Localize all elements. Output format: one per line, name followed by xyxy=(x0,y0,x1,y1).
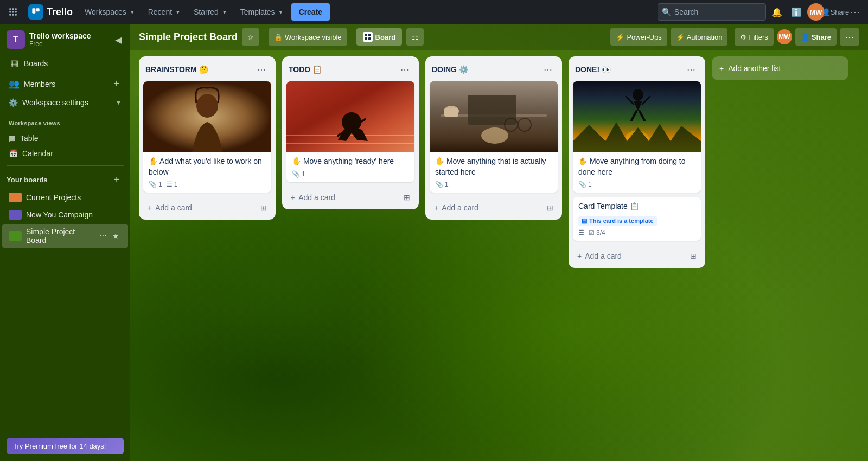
grid-menu-icon[interactable] xyxy=(4,3,22,21)
create-button[interactable]: Create xyxy=(291,3,330,21)
board-actions: ⋯ ★ xyxy=(97,230,122,241)
workspace-name: Trello workspace xyxy=(29,31,108,40)
board-user-avatar[interactable]: MW xyxy=(777,29,792,44)
sidebar-board-new-you[interactable]: New You Campaign xyxy=(2,207,128,223)
list-brainstorm-cards: ✋ Add what you'd like to work on below 📎… xyxy=(139,81,276,197)
create-template-card-todo-button[interactable]: ⊞ xyxy=(399,190,414,205)
add-card-done-button[interactable]: + Add a card xyxy=(573,248,684,264)
list-todo-menu[interactable]: ⋯ xyxy=(397,62,412,77)
create-template-card-button[interactable]: ⊞ xyxy=(256,200,271,215)
list-doing-menu[interactable]: ⋯ xyxy=(540,62,556,77)
board-header-right: ⚡ Power-Ups ⚡ Automation ⚙ Filters MW 👤 … xyxy=(610,28,859,46)
list-brainstorm-header: BRAINSTORM 🤔 ⋯ xyxy=(139,56,276,81)
svg-rect-8 xyxy=(15,14,17,16)
star-board-button[interactable]: ☆ xyxy=(242,28,259,46)
calendar-icon: 📅 xyxy=(9,149,18,158)
add-board-button[interactable]: + xyxy=(110,172,124,187)
filters-button[interactable]: ⚙ Filters xyxy=(735,28,773,46)
sidebar-item-calendar[interactable]: 📅 Calendar xyxy=(0,146,130,161)
card-done-template-meta: ☰ ☑ 3/4 xyxy=(578,229,695,236)
card-doing-1-title: ✋ Move anything that is actually started… xyxy=(435,156,552,177)
svg-rect-7 xyxy=(12,14,14,16)
list-done-menu[interactable]: ⋯ xyxy=(684,62,699,77)
share-nav-button[interactable]: 👤 Share xyxy=(827,3,844,21)
card-todo-1-title: ✋ Move anything 'ready' here xyxy=(292,156,409,167)
board-header: Simple Project Board ☆ 🔒 Workspace visib… xyxy=(130,24,868,50)
svg-point-33 xyxy=(633,89,643,101)
templates-menu[interactable]: Templates ▼ xyxy=(235,3,289,21)
card-done-1[interactable]: ✋ Move anything from doing to done here … xyxy=(573,81,701,193)
list-brainstorm-menu[interactable]: ⋯ xyxy=(254,62,269,77)
power-ups-button[interactable]: ⚡ Power-Ups xyxy=(610,28,667,46)
sidebar-item-workspace-settings[interactable]: ⚙️ Workspace settings ▼ xyxy=(2,95,128,110)
card-todo-1[interactable]: ✋ Move anything 'ready' here 📎 1 xyxy=(286,81,414,182)
template-badge: ▤ This card is a template xyxy=(578,216,657,226)
board-more-button[interactable]: ⋯ xyxy=(97,230,109,241)
card-brainstorm-1[interactable]: ✋ Add what you'd like to work on below 📎… xyxy=(143,81,271,193)
add-card-todo-button[interactable]: + Add a card xyxy=(286,190,397,205)
list-todo-cards: ✋ Move anything 'ready' here 📎 1 xyxy=(282,81,419,187)
board-thumb-new-you xyxy=(9,210,22,220)
svg-rect-25 xyxy=(468,95,516,125)
sidebar-toggle-button[interactable]: ◀ xyxy=(113,33,124,47)
card-done-1-title: ✋ Move anything from doing to done here xyxy=(578,156,695,177)
create-template-card-doing-button[interactable]: ⊞ xyxy=(542,200,558,215)
list-done-cards: ✋ Move anything from doing to done here … xyxy=(569,81,705,245)
checklist-count: ☰ 1 xyxy=(167,181,178,188)
card-done-1-body: ✋ Move anything from doing to done here … xyxy=(573,152,701,193)
sidebar-item-boards[interactable]: ▦ Boards xyxy=(2,54,128,73)
upgrade-button[interactable]: Try Premium free for 14 days! xyxy=(7,438,124,454)
workspace-visible-button[interactable]: 🔒 Workspace visible xyxy=(269,28,347,46)
list-brainstorm: BRAINSTORM 🤔 ⋯ xyxy=(139,56,276,220)
automation-button[interactable]: ⚡ Automation xyxy=(671,28,728,46)
lightning-icon: ⚡ xyxy=(616,33,624,41)
sidebar-board-current-projects[interactable]: Current Projects xyxy=(2,189,128,206)
sidebar-board-simple-project[interactable]: Simple Project Board ⋯ ★ xyxy=(2,224,128,248)
trello-logo[interactable]: Trello xyxy=(24,4,77,20)
card-done-template[interactable]: Card Template 📋 ▤ This card is a templat… xyxy=(573,197,701,241)
add-member-button[interactable]: + xyxy=(111,78,122,89)
workspace-plan: Free xyxy=(29,40,108,48)
card-doing-1[interactable]: ✋ Move anything that is actually started… xyxy=(430,81,558,193)
share-board-button[interactable]: 👤 Share xyxy=(795,28,837,46)
more-options-button[interactable]: ⋯ xyxy=(846,3,864,21)
starred-menu[interactable]: Starred ▼ xyxy=(188,3,233,21)
header-separator-2 xyxy=(352,30,352,43)
board-more-button[interactable]: ⋯ xyxy=(840,28,859,46)
card-brainstorm-1-meta: 📎 1 ☰ 1 xyxy=(149,181,266,188)
add-another-list-button[interactable]: + Add another list xyxy=(712,56,848,80)
board-name-simple-project: Simple Project Board xyxy=(26,227,93,245)
board-view-button[interactable]: Board xyxy=(356,28,403,46)
board-star-button[interactable]: ★ xyxy=(110,230,122,241)
create-template-card-done-button[interactable]: ⊞ xyxy=(686,248,701,264)
board-info-button[interactable]: ℹ️ xyxy=(788,3,805,21)
svg-rect-5 xyxy=(15,11,17,13)
card-doing-1-body: ✋ Move anything that is actually started… xyxy=(430,152,558,193)
card-doing-1-meta: 📎 1 xyxy=(435,181,552,188)
sidebar-item-table[interactable]: ▤ Table xyxy=(0,131,130,146)
board-thumb-simple-project xyxy=(9,231,22,241)
settings-expand-icon: ▼ xyxy=(116,99,122,106)
plus-icon: + xyxy=(291,193,295,202)
add-card-doing-button[interactable]: + Add a card xyxy=(430,200,540,215)
workspaces-menu[interactable]: Workspaces ▼ xyxy=(79,3,141,21)
list-done-footer: + Add a card ⊞ xyxy=(569,245,705,268)
add-card-brainstorm-button[interactable]: + Add a card xyxy=(143,200,254,215)
sidebar: T Trello workspace Free ◀ ▦ Boards 👥 Mem… xyxy=(0,24,130,461)
members-icon: 👥 xyxy=(9,79,20,89)
list-todo-footer: + Add a card ⊞ xyxy=(282,187,419,209)
customize-board-button[interactable]: ⚏ xyxy=(406,28,424,46)
list-todo-header: TODO 📋 ⋯ xyxy=(282,56,419,81)
attachment-count: 📎 1 xyxy=(578,181,592,188)
svg-rect-9 xyxy=(32,8,35,13)
attachment-icon: 📎 xyxy=(292,170,300,178)
lists-container: BRAINSTORM 🤔 ⋯ xyxy=(130,50,868,461)
recent-menu[interactable]: Recent ▼ xyxy=(143,3,186,21)
board-title[interactable]: Simple Project Board xyxy=(139,31,238,43)
search-input[interactable] xyxy=(658,3,766,21)
search-wrapper: 🔍 xyxy=(658,3,766,21)
notifications-button[interactable]: 🔔 xyxy=(768,3,786,21)
sidebar-item-members[interactable]: 👥 Members + xyxy=(2,74,128,94)
card-done-1-meta: 📎 1 xyxy=(578,181,695,188)
top-navigation: Trello Workspaces ▼ Recent ▼ Starred ▼ T… xyxy=(0,0,868,24)
